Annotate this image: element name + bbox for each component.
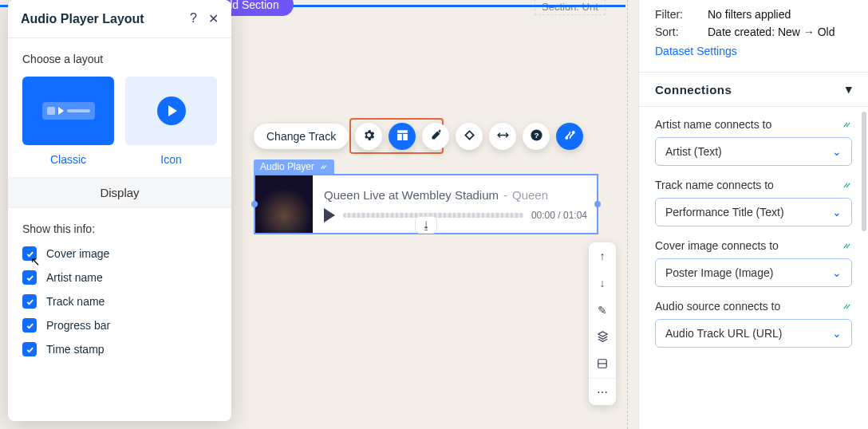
connections-label: Connections — [655, 83, 732, 96]
conn-value-3: Audio Track URL (URL) — [665, 327, 783, 340]
resize-handle-left[interactable] — [251, 201, 258, 207]
chevron-down-icon: ⌄ — [832, 266, 842, 279]
play-button[interactable] — [324, 208, 335, 222]
svg-point-2 — [566, 137, 567, 139]
pencil-icon: ✎ — [598, 304, 607, 317]
data-connect-icon — [842, 180, 852, 191]
data-connect-icon — [842, 241, 852, 251]
checkbox-progress-bar[interactable] — [22, 318, 37, 333]
element-tag-label: Audio Player — [260, 161, 314, 172]
conn-label-1: Track name connects to — [655, 179, 774, 191]
change-track-button[interactable]: Change Track — [254, 124, 349, 149]
conn-label-0: Artist name connects to — [655, 118, 771, 131]
paintbrush-icon — [429, 128, 443, 144]
animation-button[interactable] — [456, 123, 483, 150]
svg-text:?: ? — [534, 131, 539, 140]
design-button[interactable] — [422, 123, 449, 150]
layout-label-icon: Icon — [125, 153, 217, 166]
filter-value: No filters applied — [708, 8, 791, 21]
checkbox-label-artist: Artist name — [46, 271, 103, 284]
download-chip[interactable]: ⭳ — [415, 216, 437, 234]
sort-value: Date created: New → Old — [708, 26, 835, 38]
data-connect-button[interactable] — [556, 123, 583, 150]
panel-title: Audio Player Layout — [21, 12, 144, 26]
checkbox-track-name[interactable] — [22, 294, 37, 309]
svg-point-3 — [572, 132, 574, 133]
stretch-icon — [496, 128, 510, 144]
chevron-down-icon: ⌄ — [832, 327, 842, 340]
gear-icon — [362, 128, 376, 144]
data-connect-icon — [319, 163, 328, 171]
download-icon: ⭳ — [421, 219, 432, 231]
checkbox-label-cover: Cover image — [46, 247, 109, 260]
more-icon: ⋯ — [597, 386, 608, 399]
inspector-panel: Filter: No filters applied Sort: Date cr… — [638, 0, 868, 429]
data-connect-icon — [842, 301, 852, 312]
conn-label-2: Cover image connects to — [655, 239, 779, 252]
conn-label-3: Audio source connects to — [655, 300, 780, 313]
checkbox-label-time: Time stamp — [46, 343, 105, 356]
connections-section-header[interactable]: Connections ▾ — [639, 72, 868, 107]
time-stamp: 00:00 / 01:04 — [531, 210, 587, 221]
play-circle-icon — [157, 96, 186, 125]
layout-icon — [396, 128, 409, 144]
conn-select-1[interactable]: Performance Title (Text) ⌄ — [655, 198, 852, 226]
track-title-line: Queen Live at Wembley Stadium - Queen — [324, 188, 587, 202]
conn-value-1: Performance Title (Text) — [665, 206, 784, 218]
layout-option-classic[interactable] — [22, 77, 114, 145]
settings-button[interactable] — [355, 123, 382, 150]
checkbox-cover-image[interactable] — [22, 246, 37, 261]
layers-button[interactable] — [589, 324, 616, 351]
element-tag[interactable]: Audio Player — [254, 159, 334, 174]
move-up-button[interactable]: ↑ — [589, 242, 616, 270]
layout-button[interactable] — [389, 123, 416, 150]
conn-select-0[interactable]: Artist (Text) ⌄ — [655, 137, 852, 166]
layout-label-classic: Classic — [22, 153, 114, 166]
help-button[interactable]: ? — [523, 123, 550, 150]
checkbox-time-stamp[interactable] — [22, 342, 37, 356]
dataset-settings-link[interactable]: Dataset Settings — [655, 45, 852, 57]
canvas-side-toolbar: ↑ ↓ ✎ ⋯ — [589, 242, 616, 405]
data-connect-icon — [842, 120, 852, 130]
conn-select-3[interactable]: Audio Track URL (URL) ⌄ — [655, 319, 852, 348]
stretch-button[interactable] — [489, 123, 516, 150]
element-toolbar: Change Track ? — [254, 123, 583, 150]
edit-button[interactable]: ✎ — [589, 297, 616, 324]
chevron-down-icon: ▾ — [846, 82, 853, 96]
checkbox-artist-name[interactable] — [22, 270, 37, 285]
data-connect-icon — [563, 128, 577, 144]
cover-image — [255, 175, 313, 233]
help-icon: ? — [190, 11, 197, 25]
filter-key: Filter: — [655, 8, 693, 21]
help-icon: ? — [530, 128, 543, 144]
sort-key: Sort: — [655, 26, 693, 38]
classic-preview-icon — [42, 102, 95, 120]
more-button[interactable]: ⋯ — [589, 378, 616, 405]
arrow-down-icon: ↓ — [600, 277, 606, 289]
animation-icon — [463, 128, 476, 144]
conn-select-2[interactable]: Poster Image (Image) ⌄ — [655, 258, 852, 287]
section-button[interactable] — [589, 351, 616, 378]
conn-value-0: Artist (Text) — [665, 145, 722, 158]
chevron-down-icon: ⌄ — [832, 145, 842, 158]
chevron-down-icon: ⌄ — [832, 206, 842, 218]
layout-panel: Audio Player Layout ? ✕ Choose a layout … — [8, 0, 231, 421]
panel-help-button[interactable]: ? — [190, 11, 197, 26]
section-icon — [597, 358, 608, 372]
display-section-header: Display — [8, 177, 231, 208]
show-info-label: Show this info: — [22, 222, 217, 235]
arrow-up-icon: ↑ — [600, 250, 606, 262]
inspector-scrollbar[interactable] — [862, 112, 866, 231]
layers-icon — [597, 330, 609, 344]
title-separator: - — [503, 188, 507, 202]
close-icon: ✕ — [208, 12, 219, 26]
artist-name: Queen — [512, 188, 548, 202]
resize-handle-right[interactable] — [594, 201, 601, 207]
move-down-button[interactable]: ↓ — [589, 270, 616, 297]
checkbox-label-track: Track name — [46, 295, 105, 308]
layout-option-icon[interactable] — [125, 77, 217, 145]
panel-close-button[interactable]: ✕ — [208, 11, 219, 26]
conn-value-2: Poster Image (Image) — [665, 266, 773, 279]
audio-player-element[interactable]: Audio Player Queen Live at Wembley Stadi… — [254, 159, 598, 234]
section-breadcrumb[interactable]: Section: Unt — [535, 0, 606, 15]
